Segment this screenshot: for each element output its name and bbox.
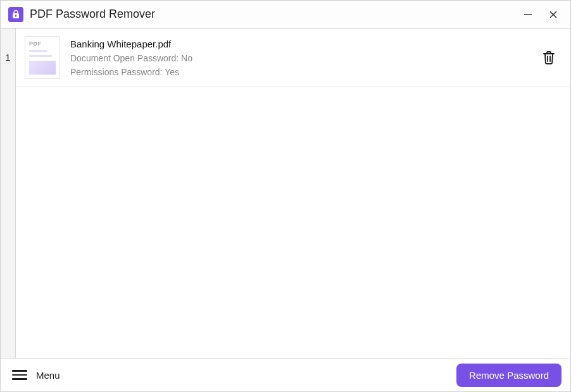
- file-name: Banking Whitepaper.pdf: [70, 39, 529, 49]
- row-number: 1: [6, 52, 11, 63]
- pdf-thumbnail-icon: PDF: [25, 36, 60, 79]
- remove-password-button[interactable]: Remove Password: [456, 364, 562, 387]
- close-button[interactable]: [548, 9, 559, 20]
- content-area: 1 PDF Banking Whitepaper.pdf Document Op…: [1, 28, 570, 358]
- open-password-status: Document Open Password: No: [70, 53, 529, 63]
- hamburger-icon: [12, 370, 27, 380]
- trash-icon: [542, 50, 556, 65]
- row-number-gutter: 1: [1, 28, 16, 358]
- menu-label: Menu: [36, 370, 60, 381]
- app-title: PDF Password Remover: [30, 8, 522, 21]
- file-row[interactable]: PDF Banking Whitepaper.pdf Document Open…: [16, 28, 570, 87]
- window-controls: [522, 9, 565, 20]
- svg-rect-2: [15, 16, 16, 17]
- permissions-password-status: Permissions Password: Yes: [70, 67, 529, 77]
- footer: Menu Remove Password: [1, 358, 570, 391]
- file-info: Banking Whitepaper.pdf Document Open Pas…: [70, 39, 529, 77]
- titlebar: PDF Password Remover: [1, 1, 570, 28]
- file-list: PDF Banking Whitepaper.pdf Document Open…: [16, 28, 570, 358]
- menu-button[interactable]: Menu: [12, 370, 60, 381]
- delete-file-button[interactable]: [539, 47, 559, 68]
- app-logo-icon: [8, 7, 23, 22]
- minimize-button[interactable]: [522, 9, 534, 20]
